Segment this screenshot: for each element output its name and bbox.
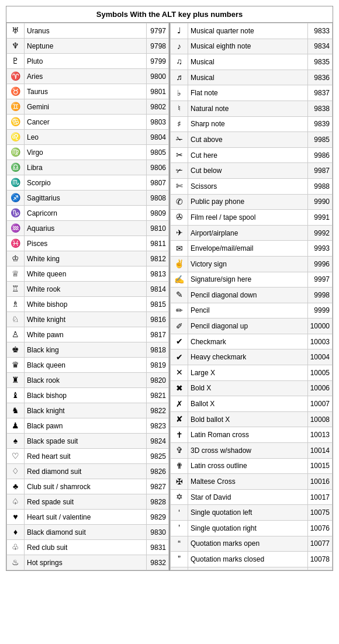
- symbol-cell: ♢: [7, 464, 25, 479]
- code-cell: 9815: [147, 297, 169, 312]
- table-row: ✟Latin cross outline10015: [171, 458, 333, 474]
- table-row: ”Quotation marks closed10078: [171, 552, 333, 567]
- name-cell: Black diamond suit: [25, 525, 147, 540]
- table-wrapper: ♅Uranus9797♆Neptune9798♇Pluto9799♈Aries9…: [6, 23, 333, 570]
- symbol-cell: ♨: [7, 555, 25, 570]
- code-cell: 10014: [307, 443, 332, 459]
- code-cell: 10016: [307, 474, 332, 490]
- name-cell: Red diamond suit: [25, 464, 147, 479]
- code-cell: 9997: [307, 272, 332, 288]
- code-cell: 9810: [147, 221, 169, 236]
- table-row: ♚Black king9818: [7, 342, 169, 358]
- symbol-cell: ♞: [7, 403, 25, 418]
- name-cell: Checkmark: [188, 334, 308, 349]
- symbol-cell: ♒: [7, 221, 25, 236]
- table-row: ✕Large X10005: [171, 365, 333, 381]
- code-cell: 9830: [147, 525, 169, 540]
- name-cell: Uranus: [25, 23, 147, 39]
- symbol-cell: ♩: [171, 23, 188, 39]
- name-cell: Black pawn: [25, 418, 147, 434]
- table-row: ♗White bishop9815: [7, 297, 169, 312]
- table-row: ♥Heart suit / valentine9829: [7, 510, 169, 525]
- name-cell: Pluto: [25, 54, 147, 69]
- table-row: ’Single quotation right10076: [171, 521, 333, 536]
- code-cell: 9800: [147, 69, 169, 84]
- name-cell: Aries: [25, 69, 147, 84]
- name-cell: Neptune: [25, 39, 147, 54]
- table-row: ♡Red heart suit9825: [7, 449, 169, 464]
- symbol-cell: “: [171, 536, 188, 552]
- symbol-cell: ✝: [171, 427, 188, 443]
- table-row: ✌Victory sign9996: [171, 256, 333, 272]
- symbol-cell: ♕: [7, 266, 25, 282]
- name-cell: White pawn: [25, 327, 147, 342]
- name-cell: Bold ballot X: [188, 411, 308, 427]
- symbol-cell: ♅: [7, 23, 25, 39]
- table-row: ♈Aries9800: [7, 69, 169, 84]
- symbol-cell: ♪: [171, 39, 188, 54]
- name-cell: Sharp note: [188, 116, 308, 132]
- symbol-cell: ♣: [7, 479, 25, 494]
- symbol-cell: ✁: [171, 132, 188, 148]
- name-cell: Red spade suit: [25, 494, 147, 510]
- symbol-cell: ♆: [7, 39, 25, 54]
- table-row: ✔Heavy checkmark10004: [171, 349, 333, 365]
- table-row: ♢Red diamond suit9826: [7, 464, 169, 479]
- symbol-cell: ♚: [7, 342, 25, 358]
- table-row: ✆Public pay phone9990: [171, 194, 333, 210]
- table-row: ✁Cut above9985: [171, 132, 333, 148]
- code-cell: 9821: [147, 388, 169, 403]
- name-cell: Hot springs: [25, 555, 147, 570]
- symbol-cell: ✄: [171, 178, 188, 194]
- table-row: ♞Black knight9822: [7, 403, 169, 418]
- table-row: ✗Ballot X10007: [171, 396, 333, 412]
- symbol-cell: ♐: [7, 191, 25, 206]
- table-row: ✐Pencil diagonal up10000: [171, 318, 333, 334]
- name-cell: Black bishop: [25, 388, 147, 403]
- code-cell: 9818: [147, 342, 169, 358]
- symbol-cell: ♖: [7, 282, 25, 297]
- name-cell: White bishop: [25, 297, 147, 312]
- symbol-cell: ✠: [171, 474, 188, 490]
- code-cell: 9828: [147, 494, 169, 510]
- table-row: ✔Checkmark10003: [171, 334, 333, 349]
- table-row: ♍Virgo9805: [7, 145, 169, 160]
- table-row: ♧Red club suit9831: [7, 540, 169, 555]
- name-cell: Star of David: [188, 489, 308, 505]
- code-cell: 9804: [147, 130, 169, 145]
- table-row: ‘Single quotation left10075: [171, 505, 333, 521]
- code-cell: 10008: [307, 411, 332, 427]
- symbol-cell: ♘: [7, 312, 25, 327]
- code-cell: 9996: [307, 256, 332, 272]
- name-cell: Musical quarter note: [188, 23, 308, 39]
- name-cell: Bold X: [188, 380, 308, 396]
- name-cell: Quotation marks closed: [188, 552, 308, 567]
- code-cell: 9998: [307, 288, 332, 303]
- code-cell: 9838: [307, 101, 332, 116]
- symbol-cell: ’: [171, 521, 188, 536]
- name-cell: Latin cross outline: [188, 458, 308, 474]
- symbol-cell: ♗: [7, 297, 25, 312]
- symbol-cell: ♡: [7, 449, 25, 464]
- table-row: ♒Aquarius9810: [7, 221, 169, 236]
- table-row: ♤Red spade suit9828: [7, 494, 169, 510]
- symbol-cell: ♓: [7, 236, 25, 251]
- symbol-cell: ✇: [171, 210, 188, 226]
- table-row: ♝Black bishop9821: [7, 388, 169, 403]
- table-row: ♮Natural note9838: [171, 101, 333, 116]
- symbol-cell: ✘: [171, 411, 188, 427]
- name-cell: Virgo: [25, 145, 147, 160]
- name-cell: Flat note: [188, 85, 308, 101]
- symbol-cell: ✈: [171, 225, 188, 241]
- code-cell: 10004: [307, 349, 332, 365]
- name-cell: Red heart suit: [25, 449, 147, 464]
- code-cell: 10006: [307, 380, 332, 396]
- name-cell: Pencil: [188, 303, 308, 318]
- name-cell: Black rook: [25, 373, 147, 388]
- code-cell: 9808: [147, 191, 169, 206]
- symbol-cell: ♎: [7, 160, 25, 175]
- code-cell: 9835: [307, 54, 332, 70]
- code-cell: 9831: [147, 540, 169, 555]
- code-cell: 9798: [147, 39, 169, 54]
- table-row: ✏Pencil9999: [171, 303, 333, 318]
